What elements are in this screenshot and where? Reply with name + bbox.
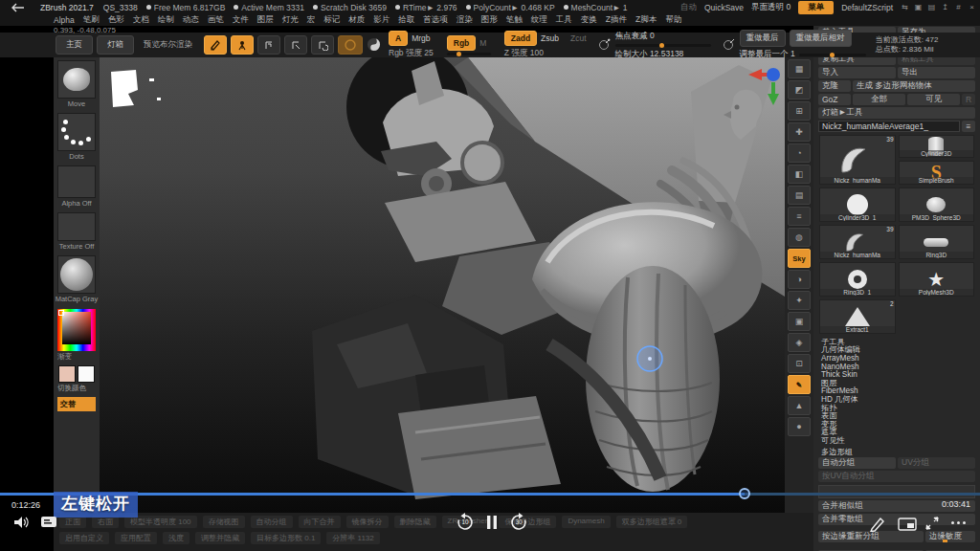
- redo-last-button[interactable]: 重做最后: [740, 30, 786, 47]
- a-button[interactable]: A: [389, 31, 408, 46]
- clone-button[interactable]: 克隆: [818, 80, 851, 92]
- palette-section[interactable]: 遮罩: [821, 429, 980, 437]
- menu-item[interactable]: 首选项: [423, 14, 448, 26]
- volume-icon[interactable]: [13, 516, 31, 529]
- viewport-strip-icon[interactable]: ✚: [788, 122, 811, 142]
- import-button[interactable]: 导入: [818, 67, 896, 78]
- menu-item[interactable]: 拾取: [398, 14, 414, 26]
- goz-all-button[interactable]: 全部: [853, 94, 905, 105]
- viewport-strip-icon[interactable]: ◍: [788, 228, 811, 247]
- tray-button[interactable]: 启用自定义: [59, 532, 109, 544]
- mrgb-toggle[interactable]: Mrgb: [412, 33, 430, 43]
- tray-button[interactable]: 向下合并: [299, 516, 341, 528]
- menu-button[interactable]: 菜单: [798, 1, 834, 14]
- current-material-button[interactable]: [57, 255, 96, 294]
- goz-visible-button[interactable]: 可见: [907, 94, 960, 105]
- palette-section[interactable]: HD 几何体: [821, 395, 980, 404]
- viewport-strip-icon[interactable]: ◑: [788, 270, 811, 289]
- menu-item[interactable]: 绘制: [158, 14, 174, 26]
- viewport-strip-icon[interactable]: ▲: [788, 396, 811, 415]
- quicksave-button[interactable]: QuickSave: [704, 3, 744, 12]
- menu-item[interactable]: 影片: [373, 14, 390, 26]
- forward-30-button[interactable]: 30: [509, 513, 528, 532]
- palette-section[interactable]: 拓扑: [821, 404, 980, 412]
- replay-icon[interactable]: [723, 37, 736, 53]
- palette-section[interactable]: 变形: [821, 420, 980, 429]
- menu-item[interactable]: 变换: [581, 14, 597, 26]
- current-brush-button[interactable]: [57, 60, 96, 99]
- zadd-toggle[interactable]: Zadd: [504, 31, 537, 46]
- edit-object-icon[interactable]: [204, 35, 227, 55]
- menu-item[interactable]: 动态: [183, 14, 199, 26]
- window-control-icon[interactable]: ▣: [914, 3, 923, 11]
- rgb-intensity-slider[interactable]: Rgb 强度 25: [389, 48, 434, 59]
- active-tool-name-field[interactable]: Nickz_humanMaleAverage1_: [818, 121, 960, 132]
- menu-item[interactable]: 标记: [323, 14, 340, 26]
- viewport-strip-icon[interactable]: ⊡: [788, 354, 811, 373]
- m-toggle[interactable]: M: [479, 38, 486, 48]
- tool-thumbnail[interactable]: S SimpleBrush: [899, 161, 975, 185]
- menu-item[interactable]: 文档: [133, 14, 149, 26]
- viewport-strip-icon[interactable]: ◈: [788, 333, 811, 352]
- window-control-icon[interactable]: ▤: [927, 3, 936, 11]
- current-texture-button[interactable]: [57, 212, 96, 241]
- window-control-icon[interactable]: ×: [968, 3, 976, 11]
- sculpt-viewport[interactable]: [100, 57, 785, 513]
- secondary-color-swatch[interactable]: [78, 365, 95, 383]
- tray-button[interactable]: 双多边形组遮罩 0: [616, 516, 688, 528]
- tool-thumbnail[interactable]: 39 Nickz_humanMa: [819, 225, 896, 259]
- viewport-strip-icon[interactable]: ✦: [788, 291, 811, 310]
- tool-thumbnail[interactable]: PM3D_Sphere3D: [899, 187, 975, 222]
- player-back-icon[interactable]: [11, 3, 25, 12]
- auto-groups-button[interactable]: 自动分组: [818, 457, 896, 469]
- viewport-strip-icon[interactable]: ◔: [788, 143, 811, 163]
- z-intensity-slider[interactable]: Z 强度 100: [504, 48, 587, 59]
- viewport-strip-icon[interactable]: ⊞: [788, 101, 811, 121]
- uv-groups-button[interactable]: UV分组: [898, 457, 975, 469]
- zscript-label[interactable]: DefaultZScript: [841, 3, 893, 12]
- menu-item[interactable]: 图层: [257, 14, 274, 26]
- auto-groups-uv-button[interactable]: 按UV自动分组: [818, 471, 975, 482]
- menu-item[interactable]: 笔刷: [83, 14, 100, 26]
- regroup-by-edges-button[interactable]: 按边缘重新分组: [818, 531, 924, 542]
- tray-button[interactable]: 目标多边形数 0.1: [251, 532, 321, 544]
- menu-item[interactable]: 图形: [481, 14, 498, 26]
- tool-thumbnail[interactable]: 2 Extract1: [819, 299, 896, 334]
- menu-item[interactable]: 文件: [233, 14, 249, 26]
- viewport-strip-icon[interactable]: ●: [788, 417, 811, 436]
- current-stroke-button[interactable]: [57, 113, 96, 151]
- tray-button[interactable]: 浅度: [163, 532, 189, 544]
- annotate-pencil-button[interactable]: [869, 515, 886, 532]
- gyro-icon[interactable]: [338, 35, 363, 55]
- palette-section[interactable]: 几何体编辑: [821, 346, 980, 355]
- palette-section[interactable]: 图层: [821, 379, 980, 387]
- draw-size-slider[interactable]: 绘制大小 12.53138: [615, 49, 711, 60]
- ui-opacity-slider[interactable]: 界面透明 0: [751, 2, 791, 13]
- menu-item[interactable]: Alpha: [54, 15, 75, 25]
- draw-mode-icon[interactable]: [231, 35, 254, 55]
- make-polymesh-button[interactable]: 生成 多边形网格物体: [853, 80, 975, 92]
- menu-item[interactable]: Z脚本: [635, 14, 657, 26]
- zcut-toggle[interactable]: Zcut: [570, 33, 587, 43]
- palette-section[interactable]: 可见性: [821, 436, 980, 445]
- menu-item[interactable]: 帮助: [665, 14, 681, 26]
- main-color-swatch[interactable]: [58, 365, 76, 383]
- tray-button[interactable]: 存储视图: [203, 516, 245, 528]
- menu-item[interactable]: 画笔: [208, 14, 224, 26]
- menu-item[interactable]: 灯光: [282, 14, 299, 26]
- preview-boolean-toggle[interactable]: 预览布尔渲染: [144, 39, 192, 51]
- focal-shift-slider[interactable]: 焦点衰减 0: [615, 31, 711, 42]
- tool-thumbnail[interactable]: Cylinder3D: [899, 135, 975, 158]
- palette-section[interactable]: 表面: [821, 411, 980, 420]
- tray-button[interactable]: 应用配置: [115, 532, 157, 544]
- lightbox-tool-button[interactable]: 灯箱►工具: [818, 107, 975, 119]
- zsub-toggle[interactable]: Zsub: [541, 33, 559, 43]
- palette-section[interactable]: ArrayMesh: [821, 354, 980, 363]
- edge-sensitivity-slider[interactable]: 边缘敏度: [925, 531, 975, 542]
- viewport-strip-icon[interactable]: ◧: [788, 165, 811, 184]
- adjust-last-slider[interactable]: 调整最后一个 1: [740, 49, 795, 60]
- viewport-strip-icon[interactable]: ≡: [788, 207, 811, 226]
- window-control-icon[interactable]: ⇆: [901, 3, 909, 11]
- tray-button[interactable]: Dynamesh: [562, 516, 610, 528]
- tool-thumbnail[interactable]: Ring3D_1: [819, 262, 896, 297]
